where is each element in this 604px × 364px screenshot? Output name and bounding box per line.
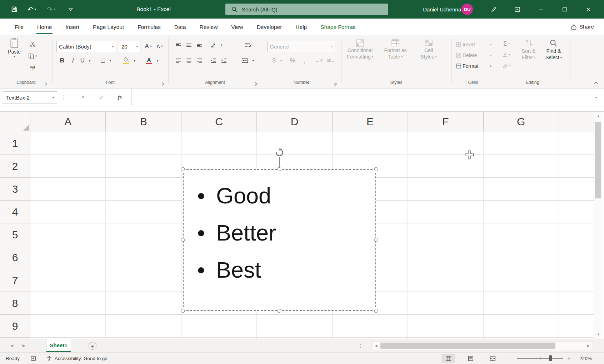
conditional-formatting-button[interactable]: Conditional Formatting▾ [344,39,376,60]
column-header-e[interactable]: E [333,112,408,132]
scroll-right-icon[interactable]: ▶ [584,342,593,350]
format-painter-button[interactable] [27,64,38,73]
scroll-down-icon[interactable]: ▼ [594,330,603,339]
delete-cells-button[interactable]: Delete ▾ [456,51,491,60]
enter-button[interactable]: ✓ [95,91,108,103]
name-box-resize-handle[interactable]: ⋮ [61,91,67,103]
increase-decimal-button[interactable]: ←.0 [314,55,324,66]
ribbon-display-options-button[interactable] [510,0,524,19]
align-center-button[interactable] [184,55,194,66]
tab-formulas[interactable]: Formulas [131,19,168,35]
share-button[interactable]: Share [571,19,594,35]
accessibility-status[interactable]: Accessibility: Good to go [46,353,108,364]
row-header-7[interactable]: 7 [0,269,30,292]
orientation-menu[interactable]: ▾ [219,40,224,50]
font-dialog-launcher[interactable] [161,81,166,86]
insert-cells-button[interactable]: Insert ▾ [456,40,491,49]
number-format-combo[interactable]: General ▾ [267,41,335,52]
collapse-ribbon-button[interactable] [591,79,600,87]
tab-help[interactable]: Help [289,19,314,35]
paste-button[interactable]: Paste ▾ [5,38,24,58]
page-layout-view-button[interactable] [464,354,477,363]
minimize-button[interactable]: ─ [533,0,549,19]
account-name[interactable]: Daniel Uchenna [423,0,461,19]
clear-button[interactable]: ▾ [499,61,514,70]
cancel-button[interactable]: × [76,91,89,103]
resize-handle-top-right[interactable] [374,167,378,171]
column-header-f[interactable]: F [408,112,483,132]
avatar[interactable]: DU [461,4,473,15]
row-header-9[interactable]: 9 [0,315,30,338]
wrap-text-button[interactable] [241,40,254,50]
column-header-b[interactable]: B [106,112,181,132]
orientation-button[interactable]: ab [208,40,219,50]
new-sheet-button[interactable]: + [89,342,96,350]
fill-color-menu[interactable]: ▾ [132,55,137,66]
underline-menu[interactable]: ▾ [87,55,92,66]
alignment-dialog-launcher[interactable] [255,81,260,86]
autosum-button[interactable]: Σ ▾ [499,39,514,49]
sort-filter-button[interactable]: Sort & Filter▾ [517,39,540,61]
column-header-a[interactable]: A [30,112,106,132]
tab-home[interactable]: Home [30,19,59,35]
previous-sheet-icon[interactable]: ◀ [8,339,16,352]
search-box[interactable]: Search (Alt+Q) [225,4,388,15]
tab-page-layout[interactable]: Page Layout [86,19,131,35]
currency-format-menu[interactable]: ▾ [279,55,284,66]
comma-style-button[interactable]: , [300,55,309,66]
format-cells-button[interactable]: Format ▾ [456,61,491,71]
insert-function-button[interactable]: fx [114,91,126,103]
select-all-button[interactable] [0,112,30,132]
align-right-button[interactable] [195,55,205,66]
align-top-button[interactable] [173,40,183,50]
bold-button[interactable]: B [57,55,67,66]
cut-button[interactable] [27,39,38,49]
underline-button[interactable]: U [78,55,87,66]
save-button[interactable] [9,0,20,19]
resize-handle-bottom-right[interactable] [374,309,378,313]
row-header-6[interactable]: 6 [0,246,30,269]
fill-button[interactable]: ▾ [499,50,514,59]
zoom-out-button[interactable]: − [505,353,509,364]
column-header-d[interactable]: D [257,112,332,132]
clipboard-dialog-launcher[interactable] [44,81,49,86]
row-header-5[interactable]: 5 [0,223,30,246]
zoom-level[interactable]: 220% [579,353,592,364]
percent-style-button[interactable]: % [288,55,297,66]
undo-button[interactable]: ↶ ▾ [24,0,40,19]
textbox-shape[interactable]: •Good •Better •Best [183,169,376,311]
row-header-8[interactable]: 8 [0,292,30,315]
align-bottom-button[interactable] [195,40,205,50]
resize-handle-top-left[interactable] [181,167,185,171]
vertical-scrollbar-thumb[interactable] [595,122,601,198]
borders-menu[interactable]: ▾ [108,55,113,66]
normal-view-button[interactable] [441,354,455,363]
row-header-2[interactable]: 2 [0,155,30,178]
tab-view[interactable]: View [224,19,250,35]
resize-handle-top-center[interactable] [278,167,281,171]
merge-center-menu[interactable]: ▾ [251,55,256,66]
align-left-button[interactable] [173,55,183,66]
resize-handle-middle-right[interactable] [374,238,378,242]
tab-file[interactable]: File [8,19,30,35]
font-size-combo[interactable]: 20 ▾ [119,41,140,52]
formula-input[interactable] [131,89,590,106]
rotation-handle[interactable] [275,148,284,159]
column-header-partial[interactable] [559,112,594,132]
font-name-combo[interactable]: Calibri (Body) ▾ [56,41,116,52]
grow-font-button[interactable]: A˄ [143,41,154,52]
quick-access-toolbar-menu[interactable] [64,0,77,19]
tab-data[interactable]: Data [168,19,193,35]
horizontal-scrollbar-thumb[interactable] [380,343,555,349]
borders-button[interactable] [98,55,108,66]
macro-record-button[interactable] [31,353,36,364]
zoom-in-button[interactable]: + [567,353,571,364]
increase-indent-button[interactable] [219,55,229,66]
column-header-g[interactable]: G [484,112,559,132]
vertical-scrollbar[interactable]: ▲ ▼ [594,112,602,339]
tab-developer[interactable]: Developer [250,19,289,35]
align-middle-button[interactable] [184,40,194,50]
merge-center-button[interactable] [239,55,251,66]
name-box[interactable]: TextBox 2 ▾ [3,91,57,103]
expand-formula-bar-button[interactable]: ▾ [591,91,601,103]
